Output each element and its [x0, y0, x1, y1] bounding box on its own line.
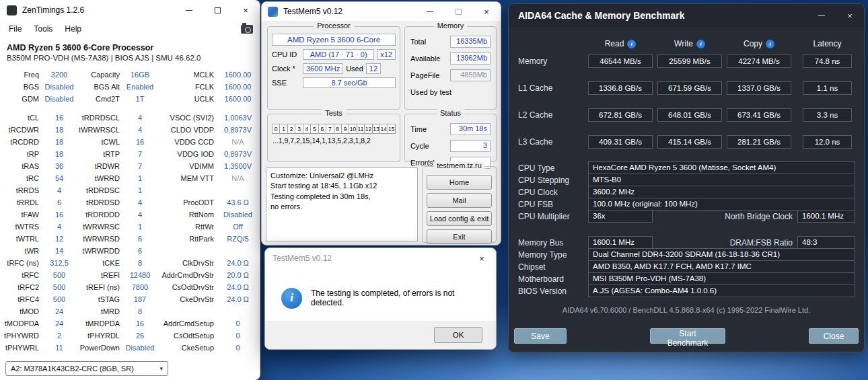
menu-file[interactable]: File [3, 22, 28, 36]
timing-value: 6 [44, 198, 75, 206]
maximize-button[interactable] [203, 0, 231, 20]
test-log[interactable]: Customize: Universal2 @LMHz Start testin… [266, 167, 418, 241]
timing-value: 24.0 Ω [219, 283, 257, 291]
close-window-button[interactable]: Close [809, 328, 859, 344]
timing-value: 18 [44, 138, 75, 146]
dialog-titlebar[interactable]: TestMem5 v0.12 × [265, 248, 496, 268]
timing-value: 43.6 Ω [219, 198, 257, 206]
menu-help[interactable]: Help [59, 22, 87, 36]
timing-label: UCLK [155, 95, 219, 103]
timing-label: tWR [3, 247, 44, 255]
status-group-label: Status [437, 109, 464, 117]
timing-label: RttWr [155, 223, 219, 231]
ok-button[interactable]: OK [434, 327, 482, 343]
timing-label: tRRDS [3, 186, 44, 194]
close-button[interactable]: × [836, 4, 864, 27]
timing-label: tRFC2 [3, 283, 44, 291]
maximize-button[interactable] [444, 2, 472, 21]
threads-value: x12 [377, 49, 396, 60]
memory-rows: Total16335MbAvailable13962MbPageFile4859… [405, 35, 496, 98]
timing-value: 8 [124, 259, 155, 267]
info-row-label: CPU Multiplier [518, 212, 583, 221]
info-row-value: HexaCore AMD Ryzen 5 3600 (Matisse, Sock… [588, 161, 855, 174]
minimize-button[interactable] [175, 0, 203, 20]
timing-label: VSOC (SVI2) [155, 114, 219, 122]
timings-row: tCL16tRDRDSCL4VSOC (SVI2)1,0063V [3, 112, 256, 124]
log-line: Customize: Universal2 @LMHz [270, 171, 413, 181]
bench-value-cell: 648.01 GB/s [657, 108, 722, 122]
memory-group-label: Memory [434, 22, 468, 30]
bench-row: L3 Cache409.31 GB/s415.14 GB/s281.21 GB/… [518, 135, 855, 149]
timing-value: 500 [44, 271, 75, 279]
field-row: Used by test [410, 85, 491, 98]
motherboard-info: B350M PRO-VDH (MS-7A38) | BIOS AJS | SMU… [0, 53, 260, 62]
exit-button[interactable]: Exit [427, 229, 492, 244]
dialog-footer: OK [265, 321, 496, 349]
bench-value-cell: 12.0 ns [803, 135, 852, 149]
used-label: Used [346, 65, 363, 73]
timing-label: ProcODT [155, 198, 219, 206]
bench-value-cell: 1337.0 GB/s [727, 81, 791, 95]
ram-selector[interactable]: A2: M378A1K43CB2-CRC (8GB, SR) ▾ [5, 361, 168, 376]
zentimings-title: ZenTimings 1.2.6 [22, 5, 175, 15]
timing-value: 7 [124, 150, 155, 158]
bench-row-label: L2 Cache [518, 110, 583, 120]
bench-value-cell: 671.59 GB/s [657, 81, 722, 95]
timing-label: tPHYRDL [75, 332, 124, 340]
cpu-name: AMD Ryzen 5 3600 6-Core Processor [0, 38, 260, 53]
cpuid-label: CPU ID [272, 50, 300, 59]
info-row-value: 1600.1 MHz [588, 236, 653, 249]
timings-row: tWTRL12tWRWRSD6RttParkRZQ/5 [3, 233, 256, 245]
info-icon[interactable]: i [766, 40, 774, 48]
minimize-button[interactable] [416, 2, 444, 21]
close-button[interactable]: × [468, 248, 496, 268]
timings-row: tRFC2500tREFI (ns)7800CsOdtDrvStr24.0 Ω [3, 281, 256, 293]
test-number-cell: 2 [288, 124, 295, 134]
start-benchmark-button[interactable]: Start Benchmark [650, 328, 725, 344]
close-button[interactable]: × [231, 0, 260, 20]
timing-value: 18 [44, 150, 75, 158]
timings-row: tWTRS4tWRWRSC1RttWrOff [3, 221, 256, 233]
test-number-cell: 4 [303, 124, 311, 134]
zentimings-titlebar[interactable]: ZenTimings 1.2.6 × [0, 0, 260, 20]
screenshot-camera-icon[interactable] [241, 25, 253, 34]
timing-value: 4 [124, 211, 155, 219]
info-row-value: A.JS (AGESA: Combo-AM4 1.0.0.6) [588, 284, 855, 297]
field-row: PageFile4859Mb [410, 69, 491, 81]
info-rows: CPU TypeHexaCore AMD Ryzen 5 3600 (Matis… [518, 161, 855, 297]
aida64-version-footer: AIDA64 v6.70.6000 / BenchDLL 4.5.868.8-x… [509, 306, 864, 314]
info-row-label: DRAM:FSB Ratio [730, 238, 797, 248]
timing-value: 1 [124, 186, 155, 194]
bench-row: Memory46544 MB/s25599 MB/s42274 MB/s74.8… [518, 54, 855, 68]
timing-label: tRDRDSC [75, 186, 124, 194]
timing-label: tMRD [75, 307, 124, 315]
bench-rows: Memory46544 MB/s25599 MB/s42274 MB/s74.8… [518, 54, 855, 149]
bench-value-cell: 672.81 GB/s [588, 108, 653, 122]
timing-label: tWRWRSCL [75, 126, 124, 134]
field-row: Time30m 18s [410, 122, 491, 135]
info-row-label: Motherboard [518, 274, 583, 284]
tests-group-label: Tests [322, 109, 346, 117]
mail-button[interactable]: Mail [427, 193, 492, 208]
clock-label: Clock * [272, 65, 300, 73]
info-icon[interactable]: i [627, 40, 636, 48]
aida64-titlebar[interactable]: AIDA64 Cache & Memory Benchmark × [509, 4, 864, 27]
info-row-value: 1600.1 MHz [797, 210, 855, 223]
info-icon[interactable]: i [696, 40, 705, 48]
bench-column-label: Read [605, 39, 624, 48]
test-number-cell: 6 [319, 124, 326, 134]
home-button[interactable]: Home [427, 175, 492, 190]
minimize-button[interactable] [807, 4, 836, 27]
timing-label: AddrCmdDrvStr [155, 271, 219, 279]
test-number-cell: 7 [326, 124, 334, 134]
cpuid-value: AMD (17 · 71 · 0) [303, 49, 374, 60]
test-number-cell: 1 [280, 124, 287, 134]
testmem5-dialog: TestMem5 v0.12 × i The testing is comple… [264, 248, 497, 350]
close-button[interactable]: × [472, 2, 501, 21]
tests-cells: 0123456789101112131415 [272, 124, 396, 134]
test-number-cell: 13 [373, 124, 380, 134]
testmem5-titlebar[interactable]: TestMem5 v0.12 × [262, 2, 501, 21]
menu-tools[interactable]: Tools [28, 22, 59, 36]
load-config-exit-button[interactable]: Load config & exit [427, 211, 492, 226]
save-button[interactable]: Save [514, 328, 567, 344]
